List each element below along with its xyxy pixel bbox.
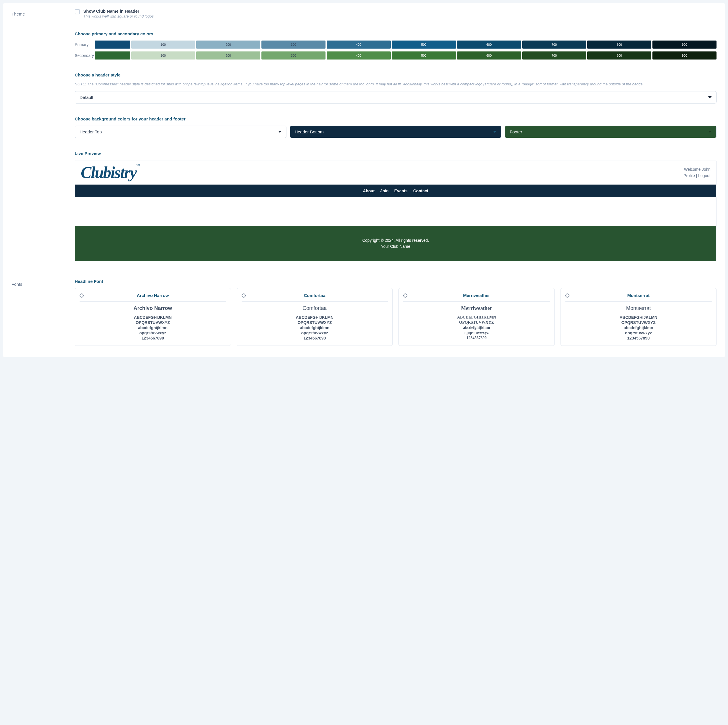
footer-select[interactable]: Footer [505,126,717,138]
theme-section: Theme Show Club Name in Header This work… [3,3,725,273]
preview-nav: AboutJoinEventsContact [75,185,716,197]
font-option-comfortaa[interactable]: ComfortaaComfortaaABCDEFGHIJKLMNOPQRSTUV… [237,288,393,346]
secondary-color-row: Secondary 100200300400500600700800900 [75,51,717,60]
preview-body [75,197,716,226]
chevron-down-icon [708,131,712,133]
font-radio[interactable] [565,294,569,297]
footer-value: Footer [510,129,522,134]
font-name-label: Montserrat [627,293,650,298]
header-style-value: Default [80,95,93,100]
primary-swatch-100[interactable]: 100 [131,41,195,49]
primary-swatch-900[interactable]: 900 [652,41,717,49]
nav-item-join[interactable]: Join [380,189,389,193]
primary-swatch-500[interactable]: 500 [392,41,456,49]
header-style-note: NOTE: The "Compressed" header style is d… [75,82,717,87]
primary-swatch-400[interactable]: 400 [327,41,391,49]
secondary-label: Secondary [75,53,95,58]
font-sample: Archivo NarrowABCDEFGHIJKLMNOPQRSTUVWXYZ… [80,305,226,341]
secondary-base-swatch[interactable] [95,51,130,60]
show-club-name-label: Show Club Name in Header [83,9,155,14]
header-bottom-select[interactable]: Header Bottom [290,126,502,138]
primary-label: Primary [75,42,95,47]
font-radio[interactable] [80,294,84,297]
fonts-section: Fonts Headline Font Archivo NarrowArchiv… [3,273,725,357]
chevron-down-icon [278,131,281,133]
primary-color-row: Primary 100200300400500600700800900 [75,41,717,49]
headline-font-heading: Headline Font [75,279,717,284]
header-style-select[interactable]: Default [75,91,717,103]
live-preview-heading: Live Preview [75,151,717,156]
primary-swatch-300[interactable]: 300 [262,41,326,49]
colors-heading: Choose primary and secondary colors [75,31,717,36]
preview-footer: Copyright © 2024. All rights reserved. Y… [75,226,716,261]
header-bottom-value: Header Bottom [295,129,324,134]
fonts-section-label: Fonts [11,282,75,287]
chevron-down-icon [493,131,496,133]
show-club-name-help: This works well with square or round log… [83,14,155,18]
nav-item-contact[interactable]: Contact [413,189,428,193]
show-club-name-checkbox[interactable] [75,9,80,14]
footer-club-name: Your Club Name [81,244,710,250]
welcome-text: Welcome John [684,166,710,172]
preview-header: Clubistry™ Welcome John Profile | Logout [75,160,716,185]
font-name-label: Merriweather [463,293,490,298]
theme-section-label: Theme [11,11,75,16]
primary-base-swatch[interactable] [95,41,130,49]
font-sample: MerriweatherABCDEFGHIJKLMNOPQRSTUVWXYZab… [403,305,550,341]
header-style-heading: Choose a header style [75,72,717,77]
font-name-label: Comfortaa [304,293,326,298]
primary-swatch-600[interactable]: 600 [457,41,521,49]
font-radio[interactable] [242,294,246,297]
secondary-swatch-500[interactable]: 500 [392,51,456,60]
font-sample: MontserratABCDEFGHIJKLMNOPQRSTUVWXYZabcd… [565,305,712,341]
font-option-archivo-narrow[interactable]: Archivo NarrowArchivo NarrowABCDEFGHIJKL… [75,288,231,346]
secondary-swatch-900[interactable]: 900 [652,51,717,60]
font-radio[interactable] [403,294,407,297]
secondary-swatch-300[interactable]: 300 [262,51,326,60]
footer-copyright: Copyright © 2024. All rights reserved. [81,238,710,244]
profile-link[interactable]: Profile [684,173,695,178]
font-sample: ComfortaaABCDEFGHIJKLMNOPQRSTUVWXYZabcde… [242,305,388,341]
logout-link[interactable]: Logout [698,173,710,178]
font-option-montserrat[interactable]: MontserratMontserratABCDEFGHIJKLMNOPQRST… [561,288,717,346]
nav-item-about[interactable]: About [363,189,374,193]
secondary-swatch-100[interactable]: 100 [131,51,195,60]
primary-swatch-700[interactable]: 700 [522,41,586,49]
preview-logo: Clubistry™ [81,163,140,182]
primary-swatch-800[interactable]: 800 [587,41,651,49]
secondary-swatch-600[interactable]: 600 [457,51,521,60]
secondary-swatch-400[interactable]: 400 [327,51,391,60]
bg-colors-heading: Choose background colors for your header… [75,116,717,121]
chevron-down-icon [708,96,712,98]
font-option-merriweather[interactable]: MerriweatherMerriweatherABCDEFGHIJKLMNOP… [398,288,555,346]
secondary-swatch-800[interactable]: 800 [587,51,651,60]
primary-swatch-200[interactable]: 200 [196,41,260,49]
header-top-select[interactable]: Header Top [75,126,286,138]
nav-item-events[interactable]: Events [395,189,408,193]
preview-user-info: Welcome John Profile | Logout [684,166,710,179]
header-top-value: Header Top [80,129,102,134]
secondary-swatch-200[interactable]: 200 [196,51,260,60]
secondary-swatch-700[interactable]: 700 [522,51,586,60]
live-preview: Clubistry™ Welcome John Profile | Logout… [75,160,717,261]
font-name-label: Archivo Narrow [137,293,169,298]
